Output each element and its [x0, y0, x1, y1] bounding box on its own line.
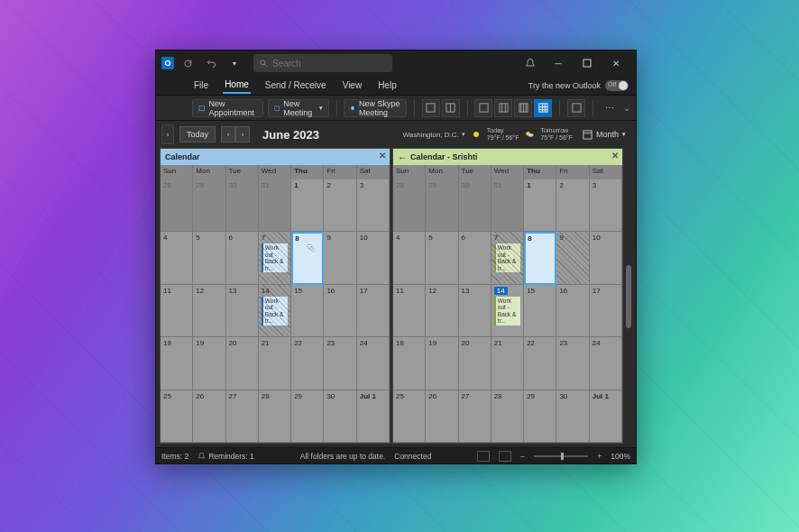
- try-new-toggle[interactable]: Off: [605, 80, 629, 91]
- expand-nav-button[interactable]: ›: [161, 124, 174, 144]
- day-cell[interactable]: 26: [426, 390, 458, 443]
- day-cell[interactable]: Jul 1: [357, 390, 390, 443]
- try-new-outlook[interactable]: Try the new Outlook Off: [528, 80, 629, 91]
- day-cell[interactable]: 16: [324, 285, 356, 337]
- day-cell[interactable]: 23: [556, 337, 589, 390]
- ribbon-day[interactable]: [474, 99, 492, 117]
- day-cell[interactable]: 19: [426, 337, 458, 390]
- day-cell[interactable]: 13: [226, 285, 259, 337]
- day-cell[interactable]: 4: [393, 232, 426, 284]
- calendar-event[interactable]: Work out - Back & tr...: [494, 297, 520, 326]
- zoom-slider[interactable]: [534, 455, 588, 457]
- day-cell[interactable]: 30: [556, 390, 589, 443]
- day-cell[interactable]: 8: [524, 232, 556, 284]
- menu-view[interactable]: View: [341, 78, 364, 93]
- menu-file[interactable]: File: [192, 78, 210, 93]
- day-cell[interactable]: 2: [324, 179, 356, 232]
- titlebar-dropdown[interactable]: ▾: [225, 53, 244, 73]
- minimize-button[interactable]: ─: [544, 50, 573, 76]
- day-cell[interactable]: 6: [226, 232, 259, 284]
- day-cell[interactable]: 18: [393, 337, 426, 390]
- status-view-normal[interactable]: [477, 451, 490, 462]
- scrollbar-thumb[interactable]: [626, 265, 631, 328]
- calendar-close-button[interactable]: ✕: [611, 151, 619, 161]
- day-cell[interactable]: 20: [459, 337, 491, 390]
- weather-location[interactable]: Washington, D.C.▾: [402, 131, 464, 139]
- day-cell[interactable]: 17: [590, 285, 622, 337]
- new-appointment-button[interactable]: New Appointment: [192, 99, 263, 117]
- day-cell[interactable]: 28: [161, 179, 193, 232]
- day-cell[interactable]: 12: [426, 285, 458, 337]
- day-cell[interactable]: 12: [193, 285, 225, 337]
- sync-icon[interactable]: [178, 53, 197, 73]
- day-cell[interactable]: 3: [590, 179, 622, 232]
- calendar-event[interactable]: Work out - Back & tr...: [262, 243, 288, 272]
- maximize-button[interactable]: [573, 50, 602, 76]
- ribbon-workweek[interactable]: [494, 99, 512, 117]
- calendar-back-button[interactable]: ←: [398, 152, 407, 162]
- day-cell[interactable]: Jul 1: [590, 390, 622, 443]
- day-cell[interactable]: 15: [524, 285, 556, 337]
- day-cell[interactable]: 26: [193, 390, 225, 443]
- day-cell[interactable]: 6: [459, 232, 491, 284]
- day-cell[interactable]: 24: [590, 337, 622, 390]
- ribbon-week[interactable]: [514, 99, 532, 117]
- ribbon-month[interactable]: [534, 99, 552, 117]
- day-cell[interactable]: 27: [459, 390, 491, 443]
- menu-send-receive[interactable]: Send / Receive: [263, 78, 328, 93]
- zoom-in[interactable]: +: [597, 452, 602, 461]
- day-cell[interactable]: 25: [393, 390, 426, 443]
- day-cell[interactable]: 1: [524, 179, 556, 232]
- day-cell[interactable]: 18: [161, 337, 193, 390]
- ribbon-collapse[interactable]: ⌄: [623, 103, 630, 113]
- day-cell[interactable]: 30: [324, 390, 356, 443]
- day-cell[interactable]: 22: [524, 337, 556, 390]
- day-cell[interactable]: 21: [259, 337, 291, 390]
- calendar-event[interactable]: Work out - Back & tr...: [262, 297, 288, 326]
- ribbon-schedule[interactable]: [567, 99, 585, 117]
- ribbon-more[interactable]: ⋯: [601, 99, 619, 117]
- view-selector[interactable]: Month▾: [578, 127, 630, 142]
- day-cell[interactable]: 19: [193, 337, 225, 390]
- ribbon-view-2[interactable]: [442, 99, 460, 117]
- day-cell[interactable]: 10: [590, 232, 622, 284]
- menu-home[interactable]: Home: [223, 77, 251, 94]
- day-cell[interactable]: 29: [426, 179, 458, 232]
- day-cell[interactable]: 9: [324, 232, 356, 284]
- day-cell[interactable]: 5: [426, 232, 458, 284]
- day-cell[interactable]: 24: [357, 337, 390, 390]
- day-cell[interactable]: 16: [556, 285, 589, 337]
- next-month-button[interactable]: ›: [235, 126, 250, 142]
- search-box[interactable]: [253, 54, 392, 72]
- day-cell[interactable]: 29: [291, 390, 324, 443]
- close-button[interactable]: ✕: [602, 50, 630, 76]
- day-cell[interactable]: 27: [226, 390, 259, 443]
- today-button[interactable]: Today: [179, 126, 216, 142]
- day-cell[interactable]: 29: [524, 390, 556, 443]
- prev-month-button[interactable]: ‹: [221, 126, 235, 142]
- day-cell[interactable]: 3: [357, 179, 390, 232]
- day-cell[interactable]: 23: [324, 337, 356, 390]
- day-cell[interactable]: 2: [556, 179, 589, 232]
- day-cell[interactable]: 11: [161, 285, 193, 337]
- day-cell[interactable]: 15: [291, 285, 324, 337]
- day-cell[interactable]: 29: [193, 179, 225, 232]
- day-cell[interactable]: 31: [491, 179, 524, 232]
- day-cell[interactable]: 28: [491, 390, 524, 443]
- day-cell[interactable]: 22: [291, 337, 324, 390]
- day-cell[interactable]: 17: [357, 285, 390, 337]
- day-cell[interactable]: 10: [357, 232, 390, 284]
- calendar-event[interactable]: Work out - Back & tr...: [494, 243, 520, 272]
- day-cell[interactable]: 7Work out - Back & tr...: [491, 232, 524, 284]
- search-input[interactable]: [272, 59, 387, 69]
- new-skype-meeting-button[interactable]: S New Skype Meeting: [344, 99, 407, 117]
- day-cell[interactable]: 4: [161, 232, 193, 284]
- day-cell[interactable]: 14Work out - Back & tr...: [259, 285, 291, 337]
- day-cell[interactable]: 31: [259, 179, 291, 232]
- new-meeting-button[interactable]: New Meeting ▾: [268, 99, 329, 117]
- day-cell[interactable]: 7Work out - Back & tr...: [259, 232, 291, 284]
- day-cell[interactable]: 5: [193, 232, 225, 284]
- day-cell[interactable]: 21: [491, 337, 524, 390]
- status-view-reading[interactable]: [499, 451, 511, 462]
- day-cell[interactable]: 30: [459, 179, 491, 232]
